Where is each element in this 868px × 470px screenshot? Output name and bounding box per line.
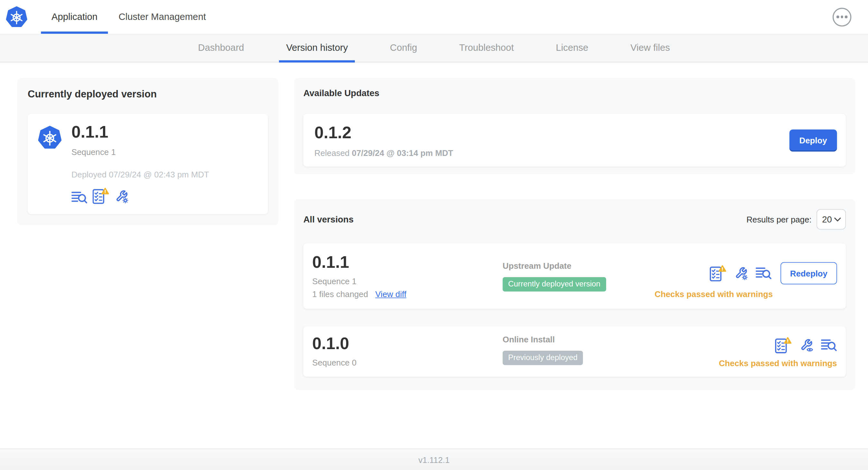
update-released-timestamp: Released 07/29/24 @ 03:14 pm MDT	[314, 148, 453, 158]
console-version: v1.112.1	[418, 455, 450, 464]
update-version-number: 0.1.2	[314, 123, 453, 143]
tab-application[interactable]: Application	[41, 0, 108, 34]
row-sequence: Sequence 1	[312, 276, 502, 286]
deploy-button[interactable]: Deploy	[789, 129, 837, 152]
tab-cluster-management[interactable]: Cluster Management	[108, 0, 217, 34]
preflight-checks-status[interactable]: Checks passed with warnings	[719, 359, 837, 368]
preflight-checks-warning-icon[interactable]	[92, 188, 109, 204]
kubernetes-logo	[5, 0, 28, 34]
tab-dashboard[interactable]: Dashboard	[191, 34, 251, 62]
admin-console: Application Cluster Management Dashboard…	[0, 0, 868, 470]
status-badge-currently-deployed: Currently deployed version	[502, 277, 606, 292]
view-diff-icon[interactable]	[71, 191, 88, 204]
status-badge-previously-deployed: Previously deployed	[502, 351, 583, 365]
files-changed: 1 files changed	[312, 289, 368, 299]
overflow-menu-button[interactable]	[833, 7, 851, 26]
deployed-timestamp: Deployed 07/29/24 @ 02:43 pm MDT	[71, 170, 209, 179]
preflight-checks-warning-icon[interactable]	[710, 265, 726, 281]
deployed-sequence: Sequence 1	[71, 147, 209, 157]
row-version-number: 0.1.0	[312, 334, 502, 354]
chevron-down-icon	[834, 217, 841, 222]
all-versions-title: All versions	[303, 214, 353, 224]
version-row-0-1-0: 0.1.0 Sequence 0 Online Install Previous…	[303, 326, 846, 377]
tab-application-label: Application	[52, 11, 97, 22]
top-tabs: Application Cluster Management	[41, 0, 216, 34]
tab-troubleshoot[interactable]: Troubleshoot	[452, 34, 521, 62]
view-diff-link[interactable]: View diff	[375, 289, 406, 299]
wrench-eye-icon[interactable]	[799, 338, 814, 352]
preflight-checks-status[interactable]: Checks passed with warnings	[655, 289, 773, 299]
main-content: Currently deployed version 0.1.1 Sequenc…	[0, 62, 868, 448]
results-per-page-select[interactable]: 20	[816, 209, 846, 230]
version-source: Online Install	[502, 335, 719, 344]
top-navbar: Application Cluster Management	[0, 0, 868, 34]
redeploy-button[interactable]: Redeploy	[780, 262, 837, 284]
currently-deployed-card: Currently deployed version 0.1.1 Sequenc…	[17, 78, 278, 225]
available-updates-card: Available Updates 0.1.2 Released 07/29/2…	[294, 78, 856, 174]
available-update-row: 0.1.2 Released 07/29/24 @ 03:14 pm MDT D…	[303, 114, 846, 166]
wrench-gear-icon[interactable]	[114, 189, 129, 204]
row-sequence: Sequence 0	[312, 358, 502, 367]
view-diff-icon[interactable]	[821, 338, 837, 352]
tab-view-files[interactable]: View files	[623, 34, 677, 62]
tab-cluster-management-label: Cluster Management	[119, 11, 206, 22]
deployed-version-number: 0.1.1	[71, 122, 209, 142]
app-icon-kubernetes	[38, 122, 62, 150]
view-diff-icon[interactable]	[756, 267, 772, 280]
ellipsis-icon	[836, 16, 839, 18]
version-row-0-1-1: 0.1.1 Sequence 1 1 files changed View di…	[303, 243, 846, 309]
tab-config[interactable]: Config	[383, 34, 424, 62]
tab-version-history[interactable]: Version history	[279, 34, 355, 62]
currently-deployed-title: Currently deployed version	[28, 89, 268, 100]
available-updates-title: Available Updates	[303, 89, 846, 98]
preflight-checks-warning-icon[interactable]	[775, 337, 792, 354]
row-version-number: 0.1.1	[312, 253, 502, 272]
footer: v1.112.1	[0, 448, 868, 470]
currently-deployed-version-panel: 0.1.1 Sequence 1 Deployed 07/29/24 @ 02:…	[28, 114, 268, 214]
wrench-gear-icon[interactable]	[734, 266, 748, 281]
tab-license[interactable]: License	[549, 34, 595, 62]
results-per-page-label: Results per page:	[746, 215, 811, 224]
all-versions-card: All versions Results per page: 20 0.1.1 …	[294, 199, 856, 390]
app-subnav: Dashboard Version history Config Trouble…	[0, 34, 868, 63]
version-source: Upstream Update	[502, 261, 654, 270]
